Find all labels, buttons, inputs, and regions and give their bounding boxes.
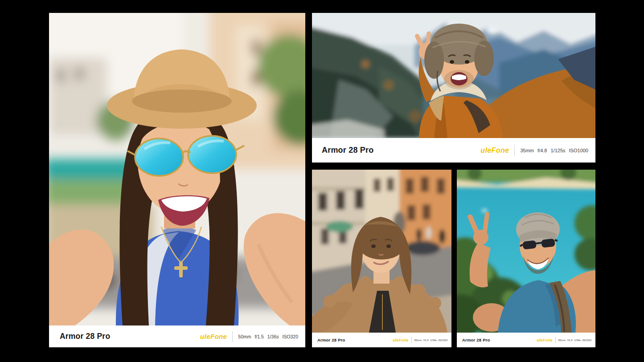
phone-model-label: Armor 28 Pro <box>317 338 345 342</box>
phone-model-label: Armor 28 Pro <box>462 338 490 342</box>
phone-model-label: Armor 28 Pro <box>60 332 110 341</box>
woman-street-selfie-illustration <box>312 170 451 333</box>
info-bar: Armor 28 Pro uleFone 50mm f/1.5 1/36s IS… <box>457 333 595 347</box>
vertical-divider <box>555 337 556 343</box>
photo-woman-street-selfie <box>312 170 451 333</box>
photo-man-lake-selfie <box>457 170 595 333</box>
camera-specs-label: 35mm f/4.8 1/125s ISO1000 <box>520 148 588 153</box>
black-background: Armor 28 Pro uleFone 50mm f/1.5 1/36s IS… <box>0 0 644 362</box>
camera-meta: uleFone 50mm f/1.5 1/36s ISO320 <box>537 337 591 343</box>
info-bar: Armor 28 Pro uleFone 50mm f/1.5 1/36s IS… <box>312 333 451 347</box>
photo-woman-city-selfie <box>49 13 305 325</box>
camera-meta: uleFone 35mm f/4.8 1/125s ISO1000 <box>480 145 588 156</box>
woman-city-selfie-illustration <box>49 13 305 325</box>
ulefone-logo: uleFone <box>393 338 408 342</box>
info-bar: Armor 28 Pro uleFone 35mm f/4.8 1/125s I… <box>312 138 595 163</box>
sample-photo-card-bottom-right: Armor 28 Pro uleFone 50mm f/1.5 1/36s IS… <box>457 170 595 347</box>
man-lake-selfie-illustration <box>457 170 595 333</box>
ulefone-logo: uleFone <box>480 146 509 155</box>
camera-meta: uleFone 50mm f/1.5 1/36s ISO320 <box>393 337 447 343</box>
sample-photo-card-top-right: Armor 28 Pro uleFone 35mm f/4.8 1/125s I… <box>312 13 595 163</box>
vertical-divider <box>411 337 412 343</box>
vertical-divider <box>232 331 233 342</box>
phone-model-label: Armor 28 Pro <box>322 146 373 155</box>
sample-photo-card-bottom-middle: Armor 28 Pro uleFone 50mm f/1.5 1/36s IS… <box>312 170 451 347</box>
info-bar: Armor 28 Pro uleFone 50mm f/1.5 1/36s IS… <box>49 325 305 347</box>
ulefone-logo: uleFone <box>537 338 552 342</box>
vertical-divider <box>514 145 515 156</box>
camera-specs-label: 50mm f/1.5 1/36s ISO320 <box>414 339 447 342</box>
ulefone-logo: uleFone <box>200 333 227 340</box>
man-mountain-selfie-illustration <box>312 13 595 138</box>
camera-meta: uleFone 50mm f/1.5 1/36s ISO320 <box>200 331 298 342</box>
sample-photo-card-left: Armor 28 Pro uleFone 50mm f/1.5 1/36s IS… <box>49 13 305 347</box>
camera-specs-label: 50mm f/1.5 1/36s ISO320 <box>558 339 591 342</box>
camera-specs-label: 50mm f/1.5 1/36s ISO320 <box>238 334 298 339</box>
photo-man-mountain-selfie <box>312 13 595 138</box>
